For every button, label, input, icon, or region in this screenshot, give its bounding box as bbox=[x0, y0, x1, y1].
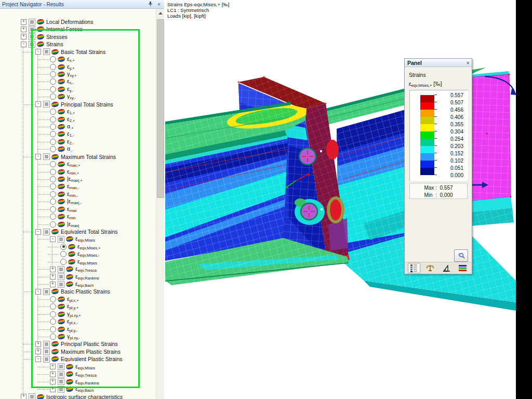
tree-scrollbar[interactable] bbox=[156, 9, 164, 399]
tree-item[interactable]: +εeqv,Rankine bbox=[50, 273, 99, 281]
expand-icon[interactable]: + bbox=[35, 341, 41, 347]
tree-item[interactable]: εpl,y,+ bbox=[50, 303, 78, 310]
tree-checkbox[interactable] bbox=[58, 378, 64, 385]
tree-radio[interactable] bbox=[50, 221, 56, 228]
expand-icon[interactable]: + bbox=[50, 282, 56, 287]
tree-radio[interactable] bbox=[50, 303, 56, 310]
tree-item[interactable]: εmax,+ bbox=[50, 161, 80, 168]
tree-checkbox[interactable] bbox=[43, 48, 50, 55]
tree-radio[interactable] bbox=[60, 259, 66, 265]
tree-radio[interactable] bbox=[50, 86, 56, 92]
tree-item[interactable]: εx,+ bbox=[50, 56, 75, 63]
tree-item[interactable]: -Equivalent Plastic Strains bbox=[35, 355, 122, 363]
tree-radio[interactable] bbox=[50, 64, 56, 70]
tree-radio[interactable] bbox=[50, 94, 56, 100]
tree-item[interactable]: -Equivalent Total Strains bbox=[35, 228, 118, 235]
tree-radio[interactable] bbox=[50, 124, 56, 130]
tree-radio[interactable] bbox=[50, 206, 56, 212]
tree-item[interactable]: α,- bbox=[50, 145, 73, 153]
tree-radio[interactable] bbox=[50, 311, 56, 317]
tree-radio[interactable] bbox=[50, 334, 56, 340]
tree-radio-selected[interactable] bbox=[60, 244, 66, 250]
collapse-icon[interactable]: - bbox=[35, 229, 41, 235]
tree-item[interactable]: |εmax| bbox=[50, 221, 79, 228]
angle-tab[interactable] bbox=[440, 263, 453, 273]
tree-radio[interactable] bbox=[50, 71, 56, 77]
tree-item[interactable]: γxy,+ bbox=[50, 71, 77, 78]
tree-radio[interactable] bbox=[50, 146, 56, 152]
tree-item[interactable]: εeqv,Mises bbox=[60, 258, 97, 265]
tree-radio[interactable] bbox=[50, 318, 56, 325]
tree-checkbox[interactable] bbox=[43, 229, 50, 235]
tree-item[interactable]: εeqv,Mises,+ bbox=[60, 243, 100, 250]
tree-item[interactable]: εx,- bbox=[50, 78, 74, 85]
tree-item[interactable]: εmin,- bbox=[50, 191, 78, 198]
tree-radio[interactable] bbox=[50, 139, 56, 145]
tree-item[interactable]: εpl,x,+ bbox=[50, 296, 79, 303]
tree-item[interactable]: εpl,x,- bbox=[50, 318, 78, 325]
tree-item[interactable]: εy,- bbox=[50, 86, 73, 93]
pin-icon[interactable] bbox=[147, 1, 154, 7]
tree-item[interactable]: +εeqv,Bach bbox=[50, 281, 94, 288]
tree-item[interactable]: +Maximum Plastic Strains bbox=[35, 348, 121, 355]
expand-icon[interactable]: + bbox=[50, 379, 56, 384]
tree-radio[interactable] bbox=[50, 176, 56, 182]
tree-item[interactable]: ε2,- bbox=[50, 138, 74, 145]
expand-icon[interactable]: + bbox=[50, 364, 56, 369]
tree-item[interactable]: -Basic Plastic Strains bbox=[35, 288, 110, 295]
tree-item[interactable]: -Principal Total Strains bbox=[35, 101, 113, 108]
tree-checkbox[interactable] bbox=[58, 281, 64, 288]
tree-checkbox[interactable] bbox=[43, 341, 50, 348]
tree-checkbox[interactable] bbox=[58, 273, 64, 280]
tree-radio[interactable] bbox=[50, 169, 56, 175]
expand-icon[interactable]: + bbox=[50, 267, 56, 272]
scales-tab[interactable] bbox=[424, 263, 436, 273]
tree-item[interactable]: +Stresses bbox=[21, 33, 68, 41]
tree-radio[interactable] bbox=[50, 191, 56, 197]
tree-item[interactable]: +Principal Plastic Strains bbox=[35, 340, 118, 348]
close-icon[interactable]: × bbox=[155, 1, 163, 7]
colored-lines-tab[interactable] bbox=[456, 263, 469, 273]
tree-item[interactable]: +Local Deformations bbox=[21, 18, 93, 25]
expand-icon[interactable]: + bbox=[35, 349, 41, 354]
collapse-icon[interactable]: - bbox=[21, 42, 26, 47]
tree-item[interactable]: α,+ bbox=[50, 123, 74, 130]
tree-radio[interactable] bbox=[50, 198, 56, 205]
tree-radio[interactable] bbox=[50, 78, 56, 85]
expand-icon[interactable]: + bbox=[21, 19, 26, 25]
collapse-icon[interactable]: - bbox=[50, 236, 56, 242]
tree-checkbox[interactable] bbox=[29, 26, 35, 33]
tree-radio[interactable] bbox=[50, 131, 56, 137]
scrollbar-thumb[interactable] bbox=[157, 19, 164, 198]
tree-checkbox[interactable] bbox=[58, 363, 64, 370]
expand-icon[interactable]: + bbox=[50, 387, 56, 392]
magnifier-button[interactable] bbox=[454, 249, 468, 262]
tree-radio[interactable] bbox=[60, 251, 66, 257]
tree-item[interactable]: +εeqv,Rankine bbox=[50, 378, 99, 385]
tree-item[interactable]: ε1,+ bbox=[50, 108, 75, 115]
tree-item[interactable]: +Internal Forces bbox=[21, 25, 83, 33]
tree-radio[interactable] bbox=[50, 161, 56, 167]
tree-item[interactable]: εmax,- bbox=[50, 183, 79, 190]
tree-checkbox[interactable] bbox=[58, 266, 64, 273]
color-scale-tab[interactable] bbox=[408, 263, 420, 273]
tree-item[interactable]: εpl,y,- bbox=[50, 326, 77, 333]
expand-icon[interactable]: + bbox=[21, 34, 26, 39]
tree-checkbox[interactable] bbox=[29, 41, 35, 48]
tree-item[interactable]: -Strains bbox=[21, 41, 63, 48]
expand-icon[interactable]: + bbox=[50, 274, 56, 280]
tree-item[interactable]: +Isotropic surface characteristics bbox=[21, 393, 123, 399]
panel-header[interactable]: Panel × bbox=[405, 59, 472, 67]
tree-checkbox[interactable] bbox=[58, 371, 64, 378]
tree-item[interactable]: |εmax|,- bbox=[50, 198, 82, 205]
3d-model-viewport[interactable]: X Y Z bbox=[164, 0, 532, 399]
tree-item[interactable]: ε2,+ bbox=[50, 116, 75, 123]
collapse-icon[interactable]: - bbox=[35, 49, 41, 55]
tree-item[interactable]: ε1,- bbox=[50, 130, 74, 138]
tree-checkbox[interactable] bbox=[43, 356, 50, 363]
collapse-icon[interactable]: - bbox=[35, 101, 41, 107]
scroll-up-arrow[interactable] bbox=[156, 10, 164, 17]
tree-item[interactable]: -Basic Total Strains bbox=[35, 48, 105, 56]
tree-item[interactable]: εmin bbox=[50, 213, 76, 220]
tree-item[interactable]: -Maximum Total Strains bbox=[35, 153, 116, 161]
